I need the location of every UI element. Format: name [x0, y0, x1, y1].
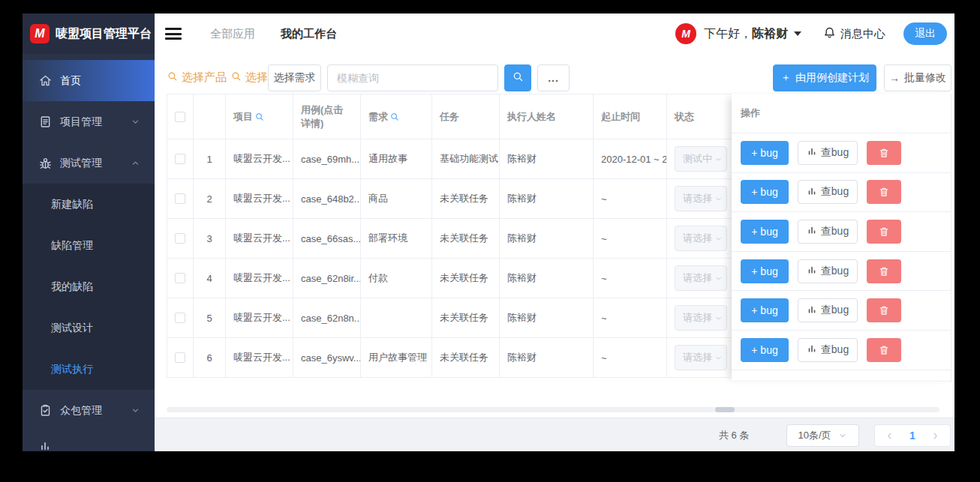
app-window: M 唛盟项目管理平台 全部应用我的工作台 M 下午好，陈裕财 消息中心 退出 首…: [23, 13, 954, 451]
select-product-link[interactable]: 选择产品: [167, 70, 227, 85]
status-select[interactable]: 请选择: [675, 265, 727, 291]
view-bug-button[interactable]: 查bug: [798, 141, 858, 165]
top-nav-item-1[interactable]: 全部应用: [210, 27, 255, 41]
chevron-down-icon: [714, 194, 723, 204]
row-checkbox[interactable]: [175, 273, 185, 283]
sidebar-item-首页[interactable]: 首页: [23, 60, 155, 101]
cell-executor: 陈裕财: [500, 139, 594, 179]
cell-status: 请选择: [667, 298, 732, 338]
cell-project: 唛盟云开发...: [226, 338, 293, 378]
delete-button[interactable]: [867, 141, 901, 165]
view-bug-button[interactable]: 查bug: [798, 220, 858, 244]
user-dropdown-caret-icon[interactable]: [794, 31, 801, 36]
logout-button[interactable]: 退出: [903, 22, 947, 45]
row-checkbox[interactable]: [175, 154, 185, 164]
prev-page-button[interactable]: [884, 430, 895, 442]
view-bug-button[interactable]: 查bug: [798, 338, 858, 362]
bar-chart-icon: [39, 440, 51, 451]
trash-icon: [878, 186, 890, 198]
menu-collapse-icon[interactable]: [165, 28, 182, 40]
sidebar-item-测试管理[interactable]: 测试管理: [23, 142, 155, 184]
sidebar-subitem-我的缺陷[interactable]: 我的缺陷: [23, 266, 155, 307]
sidebar-item-众包管理[interactable]: 众包管理: [23, 390, 155, 431]
fuzzy-search-input[interactable]: [327, 64, 498, 91]
select-all-checkbox[interactable]: [175, 112, 185, 122]
horizontal-scrollbar-thumb[interactable]: [715, 407, 735, 412]
add-bug-button[interactable]: + bug: [741, 180, 789, 204]
row-select-cell: [167, 219, 194, 259]
cell-requirement: 用户故事管理: [361, 338, 432, 378]
bell-icon: [822, 25, 837, 42]
status-select[interactable]: 请选择: [675, 305, 727, 331]
status-select[interactable]: 请选择: [675, 186, 727, 211]
status-select[interactable]: 测试中: [675, 146, 727, 172]
add-bug-button[interactable]: + bug: [741, 298, 789, 322]
sidebar-item-partial[interactable]: [23, 431, 155, 451]
chevron-up: [130, 157, 141, 169]
create-plan-button[interactable]: ＋ 由用例创建计划: [773, 64, 876, 91]
user-greeting[interactable]: 下午好，陈裕财: [704, 26, 788, 42]
view-bug-button[interactable]: 查bug: [798, 259, 858, 283]
row-checkbox[interactable]: [175, 193, 185, 204]
bar-chart-icon: [807, 225, 817, 238]
table-row: 3唛盟云开发...case_66sas...部署环境未关联任务陈裕财~请选择: [167, 219, 732, 259]
actions-row: + bug查bug: [732, 331, 951, 370]
bar-chart-icon: [807, 304, 817, 315]
search-icon[interactable]: [389, 112, 400, 122]
cell-status: 请选择: [667, 219, 732, 259]
chevron-down-icon: [130, 405, 141, 416]
page-size-select[interactable]: 10条/页: [786, 424, 859, 447]
add-bug-button[interactable]: + bug: [741, 259, 789, 283]
row-index: 1: [194, 139, 226, 179]
add-bug-button[interactable]: + bug: [741, 220, 789, 244]
sidebar-subitem-测试设计[interactable]: 测试设计: [23, 307, 155, 349]
horizontal-scrollbar[interactable]: [167, 407, 939, 412]
search-icon: [230, 70, 242, 85]
add-bug-button[interactable]: + bug: [741, 338, 789, 362]
search-icon[interactable]: [254, 112, 265, 122]
delete-button[interactable]: [867, 180, 901, 204]
sidebar-item-label: 众包管理: [60, 404, 102, 418]
view-bug-label: 查bug: [821, 225, 849, 238]
cell-status: 请选择: [667, 179, 732, 219]
select-requirement-button[interactable]: 选择需求: [268, 64, 321, 91]
status-select[interactable]: 请选择: [675, 345, 727, 370]
top-nav-item-2[interactable]: 我的工作台: [281, 27, 337, 41]
sidebar-subitem-新建缺陷[interactable]: 新建缺陷: [23, 184, 155, 225]
chevron-down-icon: [714, 154, 723, 164]
add-bug-button[interactable]: + bug: [741, 141, 789, 165]
cell-project: 唛盟云开发...: [226, 139, 293, 179]
delete-button[interactable]: [867, 338, 901, 362]
batch-edit-button[interactable]: → 批量修改: [884, 64, 951, 91]
sidebar-item-项目管理[interactable]: 项目管理: [23, 101, 155, 142]
row-checkbox[interactable]: [175, 313, 185, 323]
row-checkbox[interactable]: [175, 352, 185, 363]
delete-button[interactable]: [867, 259, 901, 283]
logo-bar: M 唛盟项目管理平台: [23, 13, 155, 54]
cell-project: 唛盟云开发...: [226, 259, 293, 298]
header-requirement: 需求: [361, 94, 432, 139]
home-icon: [38, 73, 53, 88]
status-select-value: 请选择: [683, 192, 712, 205]
more-filters-button[interactable]: ...: [537, 64, 570, 91]
view-bug-label: 查bug: [821, 185, 849, 199]
view-bug-button[interactable]: 查bug: [798, 298, 858, 322]
delete-button[interactable]: [867, 220, 901, 244]
clipboard-icon: [38, 403, 53, 418]
row-checkbox[interactable]: [175, 233, 185, 244]
avatar[interactable]: M: [675, 23, 696, 44]
cell-date-range: ~: [594, 298, 667, 338]
sidebar-subitem-缺陷管理[interactable]: 缺陷管理: [23, 225, 155, 266]
message-center[interactable]: 消息中心: [822, 25, 885, 42]
search-button[interactable]: [504, 64, 531, 91]
search-icon: [167, 70, 179, 82]
delete-button[interactable]: [867, 298, 901, 322]
view-bug-button[interactable]: 查bug: [798, 180, 858, 204]
page-size-value: 10条/页: [798, 429, 831, 442]
view-bug-label: 查bug: [821, 146, 849, 160]
app-logo: M: [30, 24, 50, 43]
next-page-button[interactable]: [930, 430, 941, 442]
status-select[interactable]: 请选择: [675, 226, 727, 251]
sidebar-subitem-测试执行[interactable]: 测试执行: [23, 349, 155, 390]
current-page[interactable]: 1: [909, 430, 915, 442]
